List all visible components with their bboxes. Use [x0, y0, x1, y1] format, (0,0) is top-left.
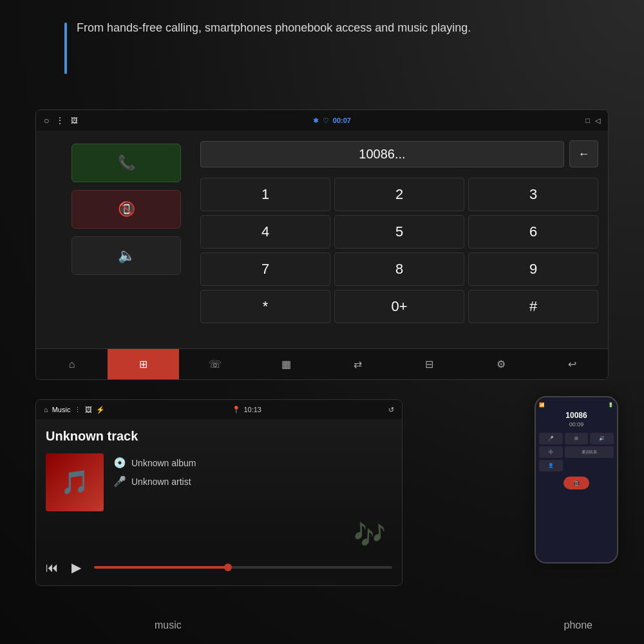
key-star[interactable]: * [200, 290, 330, 323]
music-status-right: ↺ [388, 406, 394, 414]
album-name: Unknown album [131, 458, 196, 468]
music-decoration: 🎶 [354, 520, 386, 550]
phone-contacts-btn[interactable]: 通话联系 [565, 446, 614, 458]
album-icon: 💿 [113, 457, 126, 469]
nav-home[interactable]: ⌂ [36, 349, 108, 379]
track-info: 🎵 💿 Unknown album 🎤 Unknown artist [46, 453, 392, 511]
music-back-icon: ↺ [388, 406, 394, 413]
status-right: □ ◁ [585, 117, 600, 125]
music-home-icon: ⌂ [44, 406, 48, 413]
nav-calculator[interactable]: ⊟ [393, 349, 465, 379]
album-art: 🎵 [46, 453, 104, 511]
key-3[interactable]: 3 [468, 178, 598, 211]
artist-name: Unknown artist [131, 477, 191, 487]
music-note-icon: 🎵 [61, 469, 90, 496]
top-section: From hands-free calling, smartphones pho… [64, 19, 605, 74]
call-red-btn[interactable]: 📵 [71, 190, 181, 229]
phone-speaker-btn[interactable]: 🔊 [590, 433, 614, 444]
key-5[interactable]: 5 [334, 215, 464, 249]
bluetooth-icon: ✱ [313, 117, 319, 125]
key-hash[interactable]: # [468, 290, 598, 323]
progress-bar[interactable] [94, 566, 392, 569]
phone-screen: 📶 🔋 10086 00:09 🎤 ⊞ 🔊 ➕ 通话联系 👤 📵 [536, 397, 617, 562]
phone-signal: 📶 [539, 402, 545, 408]
dialpad-screen: ○ ⋮ 🖼 ✱ ♡ 00:07 □ ◁ 📞 📵 🔈 [35, 109, 609, 380]
nav-transfer[interactable]: ⇄ [322, 349, 393, 379]
key-8[interactable]: 8 [334, 252, 464, 286]
battery-icon: □ [585, 117, 590, 124]
green-phone-icon: 📞 [118, 155, 135, 171]
nav-bar: ⌂ ⊞ ☏ ▦ ⇄ ⊟ ⚙ ↩ [36, 348, 608, 379]
nav-contacts[interactable]: ☏ [179, 349, 251, 379]
backspace-btn[interactable]: ← [569, 140, 598, 167]
status-left: ○ ⋮ 🖼 [44, 115, 78, 126]
music-time: 10:13 [243, 406, 261, 413]
music-status-bar: ⌂ Music ⋮ 🖼 ⚡ 📍 10:13 ↺ [36, 400, 402, 419]
artist-icon: 🎤 [113, 475, 126, 488]
key-7[interactable]: 7 [200, 252, 330, 286]
status-center: ✱ ♡ 00:07 [313, 117, 351, 125]
label-phone: phone [564, 620, 593, 631]
key-1[interactable]: 1 [200, 178, 330, 211]
bluetooth-waves [470, 425, 522, 502]
key-9[interactable]: 9 [468, 252, 598, 286]
phone-keypad-btn[interactable]: ⊞ [565, 433, 589, 444]
call-green-btn[interactable]: 📞 [71, 144, 181, 182]
key-2[interactable]: 2 [334, 178, 464, 211]
phone-call-time: 00:09 [539, 421, 614, 428]
nav-dialpad[interactable]: ⊞ [108, 349, 179, 379]
speaker-icon: 🔈 [118, 247, 135, 264]
back-arrow-icon: ◁ [595, 117, 600, 125]
status-bar: ○ ⋮ 🖼 ✱ ♡ 00:07 □ ◁ [36, 110, 608, 131]
home-icon: ○ [44, 115, 49, 126]
play-btn[interactable]: ▶ [71, 560, 81, 575]
music-label: Music [52, 406, 71, 413]
progress-dot [224, 564, 232, 571]
red-phone-icon: 📵 [118, 201, 135, 218]
dialed-number: 10086... [200, 141, 564, 167]
album-row: 💿 Unknown album [113, 457, 196, 469]
label-music: music [155, 620, 182, 631]
nav-return[interactable]: ↩ [536, 349, 608, 379]
numpad-area: 10086... ← 1 2 3 4 5 6 7 8 9 * 0+ # [191, 131, 608, 350]
phone-battery: 🔋 [608, 402, 614, 408]
menu-icon: ⋮ [55, 115, 64, 126]
music-status-left: ⌂ Music ⋮ 🖼 ⚡ [44, 406, 105, 414]
music-status-center: 📍 10:13 [232, 406, 261, 414]
phone-end-call-btn[interactable]: 📵 [564, 477, 589, 489]
music-screen: ⌂ Music ⋮ 🖼 ⚡ 📍 10:13 ↺ Unknown track 🎵 … [35, 399, 402, 586]
call-buttons-panel: 📞 📵 🔈 [62, 131, 191, 350]
music-usb-icon: ⚡ [96, 406, 105, 414]
progress-fill [94, 566, 228, 569]
music-menu-icon: ⋮ [74, 406, 81, 414]
numpad-display: 10086... ← [200, 140, 598, 167]
music-image-icon: 🖼 [85, 406, 92, 413]
key-4[interactable]: 4 [200, 215, 330, 249]
dialpad-main: 📞 📵 🔈 10086... ← 1 2 3 4 5 6 7 [62, 131, 608, 350]
artist-row: 🎤 Unknown artist [113, 475, 196, 488]
nav-sim[interactable]: ▦ [251, 349, 322, 379]
signal-icon: ♡ [323, 117, 329, 125]
phone-mute-btn[interactable]: 🎤 [539, 433, 563, 444]
tagline-text: From hands-free calling, smartphones pho… [77, 19, 471, 37]
phone-btn-grid: 🎤 ⊞ 🔊 ➕ 通话联系 👤 [539, 433, 614, 471]
blue-accent-bar [64, 23, 67, 74]
track-title: Unknown track [46, 429, 392, 444]
time-display: 00:07 [333, 117, 351, 124]
nav-settings[interactable]: ⚙ [465, 349, 536, 379]
music-content: Unknown track 🎵 💿 Unknown album 🎤 Unknow… [36, 419, 402, 548]
key-0[interactable]: 0+ [334, 290, 464, 323]
phone-top-bar: 📶 🔋 [539, 402, 614, 408]
image-icon: 🖼 [71, 117, 78, 124]
phone-add-btn[interactable]: ➕ [539, 446, 563, 458]
music-controls: ⏮ ▶ [36, 548, 402, 586]
phone-number-display: 10086 [539, 411, 614, 420]
track-meta: 💿 Unknown album 🎤 Unknown artist [113, 453, 196, 488]
phone-mockup: 📶 🔋 10086 00:09 🎤 ⊞ 🔊 ➕ 通话联系 👤 📵 [535, 396, 618, 564]
phone-person-btn[interactable]: 👤 [539, 460, 563, 471]
music-location-icon: 📍 [232, 406, 241, 414]
prev-btn[interactable]: ⏮ [46, 560, 59, 575]
mute-btn[interactable]: 🔈 [71, 236, 181, 275]
key-6[interactable]: 6 [468, 215, 598, 249]
numpad-grid: 1 2 3 4 5 6 7 8 9 * 0+ # [200, 178, 598, 323]
